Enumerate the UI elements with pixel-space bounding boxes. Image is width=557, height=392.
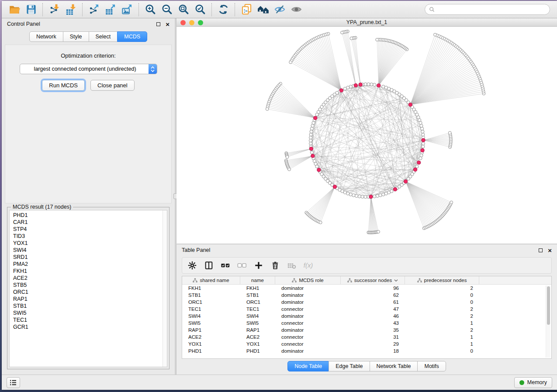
network-canvas[interactable] xyxy=(176,27,557,244)
graph-node[interactable] xyxy=(376,194,379,197)
tab-motifs[interactable]: Motifs xyxy=(417,361,446,371)
table-row[interactable]: ORC1ORC1dominator610 xyxy=(182,299,551,306)
graph-node[interactable] xyxy=(310,127,313,130)
mcds-result-item[interactable]: ORC1 xyxy=(13,289,163,296)
mcds-result-list[interactable]: PHD1CAR1STP4TID3YOX1SWI4SRD1PMA2FKH1ACE2… xyxy=(9,210,167,367)
graph-node-mcds[interactable] xyxy=(413,168,417,171)
mcds-result-item[interactable]: ACE2 xyxy=(13,275,163,282)
minimize-window-icon[interactable] xyxy=(189,20,194,25)
graph-node-mcds[interactable] xyxy=(377,84,381,87)
float-window-icon[interactable] xyxy=(156,22,160,26)
mcds-result-item[interactable]: YOX1 xyxy=(13,240,163,247)
select-all-button[interactable] xyxy=(219,259,232,272)
open-file-button[interactable] xyxy=(6,2,23,17)
graph-node[interactable] xyxy=(422,145,425,148)
refresh-view-button[interactable] xyxy=(215,2,232,17)
column-header-name[interactable]: name xyxy=(240,276,275,284)
table-scrollbar[interactable] xyxy=(546,285,550,358)
duplicate-network-button[interactable] xyxy=(238,2,255,17)
close-window-icon[interactable] xyxy=(180,20,186,25)
graph-node[interactable] xyxy=(420,154,423,157)
column-header-successor-nodes[interactable]: successor nodes xyxy=(341,276,405,284)
graph-node[interactable] xyxy=(310,151,313,154)
graph-node[interactable] xyxy=(373,195,376,198)
add-column-button[interactable] xyxy=(252,259,265,272)
export-table-button[interactable] xyxy=(102,2,119,17)
graph-node[interactable] xyxy=(349,193,352,196)
zoom-in-button[interactable] xyxy=(142,2,159,17)
graph-node[interactable] xyxy=(390,189,393,193)
graph-node-mcds[interactable] xyxy=(422,138,425,142)
export-image-button[interactable] xyxy=(119,2,135,17)
graph-node[interactable] xyxy=(420,127,423,130)
tab-select[interactable]: Select xyxy=(89,31,118,42)
close-panel-icon[interactable]: × xyxy=(166,22,170,26)
mcds-result-item[interactable]: CAR1 xyxy=(13,219,163,226)
close-panel-button[interactable]: Close panel xyxy=(90,80,135,91)
graph-node[interactable] xyxy=(415,165,419,168)
mcds-result-item[interactable]: RAP1 xyxy=(13,296,163,303)
graph-node-mcds[interactable] xyxy=(314,116,317,120)
table-row[interactable]: RAP1RAP1dominator352 xyxy=(182,327,551,334)
table-row[interactable]: STB1STB1dominator620 xyxy=(182,292,551,299)
table-row[interactable]: FKH1FKH1dominator962 xyxy=(182,285,551,292)
graph-node[interactable] xyxy=(288,168,291,171)
run-mcds-button[interactable]: Run MCDS xyxy=(42,80,85,91)
mcds-result-item[interactable]: SRD1 xyxy=(13,254,163,261)
column-header-predecessor-nodes[interactable]: predecessor nodes xyxy=(405,276,479,284)
memory-button[interactable]: Memory xyxy=(514,377,552,388)
graph-node[interactable] xyxy=(309,139,312,142)
graph-node[interactable] xyxy=(382,85,385,88)
task-history-button[interactable] xyxy=(7,377,20,388)
zoom-out-button[interactable] xyxy=(159,2,175,17)
graph-node[interactable] xyxy=(379,194,382,197)
tab-style[interactable]: Style xyxy=(63,31,89,42)
graph-node[interactable] xyxy=(361,195,364,198)
table-settings-button[interactable] xyxy=(186,259,199,272)
graph-node-mcds[interactable] xyxy=(333,185,336,189)
table-row[interactable]: PHD1PHD1dominator180 xyxy=(182,347,551,354)
first-neighbors-button[interactable] xyxy=(255,2,271,17)
graph-node[interactable] xyxy=(422,142,425,145)
graph-node[interactable] xyxy=(315,113,318,116)
graph-node-mcds[interactable] xyxy=(317,168,321,172)
graph-node[interactable] xyxy=(367,83,370,86)
graph-node-mcds[interactable] xyxy=(408,103,412,107)
graph-node-mcds[interactable] xyxy=(311,154,315,158)
mcds-result-item[interactable]: FKH1 xyxy=(13,268,163,275)
network-graph[interactable] xyxy=(176,27,557,244)
show-all-button[interactable] xyxy=(288,2,304,17)
graph-node[interactable] xyxy=(352,194,355,197)
tab-network-table[interactable]: Network Table xyxy=(370,361,418,371)
column-header-shared-name[interactable]: shared name xyxy=(182,276,240,284)
float-table-panel-icon[interactable] xyxy=(539,248,543,252)
graph-node[interactable] xyxy=(355,194,358,197)
zoom-selected-button[interactable] xyxy=(192,2,208,17)
graph-node[interactable] xyxy=(309,142,312,145)
deselect-all-button[interactable] xyxy=(235,259,249,272)
table-scrollbar-thumb[interactable] xyxy=(547,286,550,325)
graph-node[interactable] xyxy=(343,87,346,90)
mcds-result-item[interactable]: STB1 xyxy=(13,303,163,309)
graph-node-mcds[interactable] xyxy=(339,89,343,92)
export-network-button[interactable] xyxy=(86,2,102,17)
table-row[interactable]: SWI4SWI4dominator462 xyxy=(182,313,551,320)
tab-network[interactable]: Network xyxy=(29,31,63,42)
column-header-MCDS-role[interactable]: MCDS role xyxy=(275,276,341,284)
table-row[interactable]: YOX1YOX1connector291 xyxy=(182,340,551,347)
graph-node[interactable] xyxy=(433,33,436,36)
mcds-result-item[interactable]: STP4 xyxy=(13,226,163,233)
graph-node[interactable] xyxy=(422,133,425,136)
graph-node[interactable] xyxy=(309,136,312,139)
graph-node[interactable] xyxy=(311,124,314,127)
column-layout-button[interactable] xyxy=(202,259,215,272)
tab-mcds[interactable]: MCDS xyxy=(117,31,147,42)
graph-node[interactable] xyxy=(450,201,453,204)
graph-node-mcds[interactable] xyxy=(354,83,357,87)
graph-node[interactable] xyxy=(341,31,344,34)
import-table-button[interactable] xyxy=(62,2,79,17)
graph-node[interactable] xyxy=(377,230,380,233)
close-table-panel-icon[interactable]: × xyxy=(548,248,552,252)
delete-column-button[interactable] xyxy=(269,259,282,272)
graph-node[interactable] xyxy=(315,165,318,168)
